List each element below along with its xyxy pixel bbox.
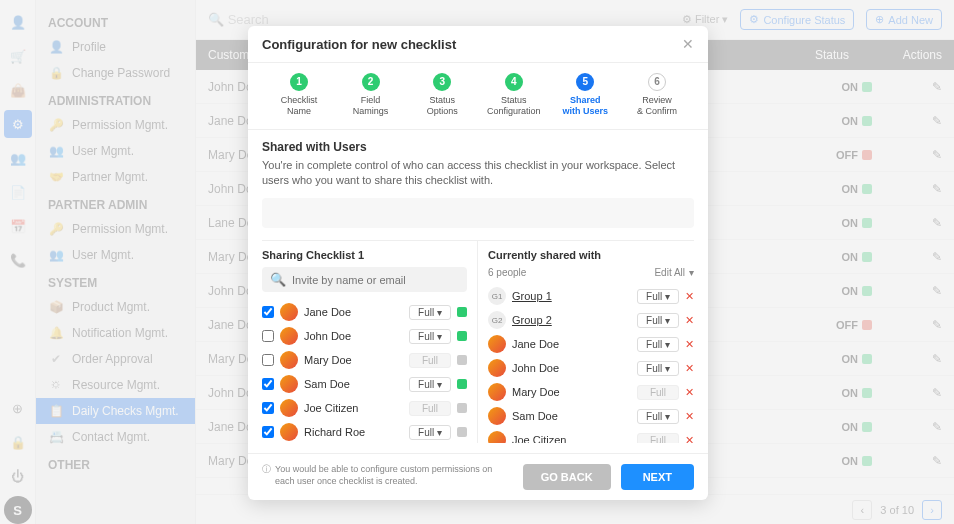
modal-footer: ⓘYou would be able to configure custom p… <box>248 453 708 500</box>
footer-note: ⓘYou would be able to configure custom p… <box>262 464 513 487</box>
user-checkbox[interactable] <box>262 426 274 438</box>
group-avatar: G1 <box>488 287 506 305</box>
step-4[interactable]: 4StatusConfiguration <box>481 73 547 117</box>
status-square <box>457 307 467 317</box>
permission-select: Full <box>409 401 451 416</box>
user-checkbox[interactable] <box>262 354 274 366</box>
remove-icon[interactable]: ✕ <box>685 314 694 327</box>
permission-select[interactable]: Full ▾ <box>637 361 679 376</box>
share-user-row: John DoeFull ▾ <box>262 324 467 348</box>
section-desc: You're in complete control of who can ac… <box>262 158 694 189</box>
avatar <box>280 399 298 417</box>
shared-user-row: Jane DoeFull ▾✕ <box>488 332 694 356</box>
shared-title: Currently shared with <box>488 249 601 261</box>
remove-icon[interactable]: ✕ <box>685 362 694 375</box>
avatar <box>488 431 506 443</box>
section-title: Shared with Users <box>262 140 694 154</box>
remove-icon[interactable]: ✕ <box>685 434 694 443</box>
user-checkbox[interactable] <box>262 402 274 414</box>
step-6[interactable]: 6Review& Confirm <box>624 73 690 117</box>
permission-select: Full <box>637 385 679 400</box>
shared-user-row: G2Group 2Full ▾✕ <box>488 308 694 332</box>
shared-count: 6 people <box>488 267 526 278</box>
shared-user-row: Sam DoeFull ▾✕ <box>488 404 694 428</box>
shared-user-row: G1Group 1Full ▾✕ <box>488 284 694 308</box>
permission-select[interactable]: Full ▾ <box>637 289 679 304</box>
avatar <box>488 383 506 401</box>
go-back-button[interactable]: GO BACK <box>523 464 611 490</box>
remove-icon[interactable]: ✕ <box>685 410 694 423</box>
avatar <box>280 327 298 345</box>
user-checkbox[interactable] <box>262 306 274 318</box>
edit-all-button[interactable]: Edit All ▾ <box>654 267 694 278</box>
invite-field[interactable] <box>292 274 459 286</box>
modal-header: Configuration for new checklist ✕ <box>248 26 708 63</box>
redacted-area <box>262 198 694 228</box>
shared-user-row: Joe CitizenFull✕ <box>488 428 694 443</box>
wizard-steps: 1ChecklistName2FieldNamings3StatusOption… <box>248 63 708 130</box>
search-icon: 🔍 <box>270 272 286 287</box>
step-3[interactable]: 3StatusOptions <box>409 73 475 117</box>
status-square <box>457 379 467 389</box>
status-square <box>457 355 467 365</box>
permission-select[interactable]: Full ▾ <box>409 305 451 320</box>
next-button[interactable]: NEXT <box>621 464 694 490</box>
shared-user-row: John DoeFull ▾✕ <box>488 356 694 380</box>
modal-title: Configuration for new checklist <box>262 37 456 52</box>
remove-icon[interactable]: ✕ <box>685 338 694 351</box>
avatar <box>280 375 298 393</box>
modal: Configuration for new checklist ✕ 1Check… <box>248 26 708 500</box>
permission-select[interactable]: Full ▾ <box>637 409 679 424</box>
shared-column: Currently shared with 6 people Edit All … <box>478 241 694 443</box>
status-square <box>457 403 467 413</box>
permission-select: Full <box>409 353 451 368</box>
avatar <box>280 351 298 369</box>
sharing-title: Sharing Checklist 1 <box>262 249 467 261</box>
avatar <box>280 303 298 321</box>
avatar <box>488 359 506 377</box>
status-square <box>457 331 467 341</box>
permission-select[interactable]: Full ▾ <box>409 329 451 344</box>
remove-icon[interactable]: ✕ <box>685 290 694 303</box>
step-5[interactable]: 5Sharedwith Users <box>552 73 618 117</box>
shared-user-row: Mary DoeFull✕ <box>488 380 694 404</box>
close-icon[interactable]: ✕ <box>682 36 694 52</box>
avatar <box>280 423 298 441</box>
info-icon: ⓘ <box>262 464 271 487</box>
user-checkbox[interactable] <box>262 330 274 342</box>
user-checkbox[interactable] <box>262 378 274 390</box>
share-user-row: Mary DoeFull <box>262 348 467 372</box>
step-2[interactable]: 2FieldNamings <box>338 73 404 117</box>
share-user-row: Jane DoeFull ▾ <box>262 300 467 324</box>
step-1[interactable]: 1ChecklistName <box>266 73 332 117</box>
invite-input[interactable]: 🔍 <box>262 267 467 292</box>
status-square <box>457 427 467 437</box>
share-user-row: Sam DoeFull ▾ <box>262 372 467 396</box>
group-avatar: G2 <box>488 311 506 329</box>
permission-select[interactable]: Full ▾ <box>637 337 679 352</box>
share-user-row: Joe CitizenFull <box>262 396 467 420</box>
avatar <box>488 335 506 353</box>
sharing-column: Sharing Checklist 1 🔍 Jane DoeFull ▾John… <box>262 241 478 443</box>
permission-select[interactable]: Full ▾ <box>409 425 451 440</box>
permission-select[interactable]: Full ▾ <box>409 377 451 392</box>
avatar <box>488 407 506 425</box>
permission-select[interactable]: Full ▾ <box>637 313 679 328</box>
permission-select: Full <box>637 433 679 443</box>
share-user-row: Richard RoeFull ▾ <box>262 420 467 443</box>
remove-icon[interactable]: ✕ <box>685 386 694 399</box>
